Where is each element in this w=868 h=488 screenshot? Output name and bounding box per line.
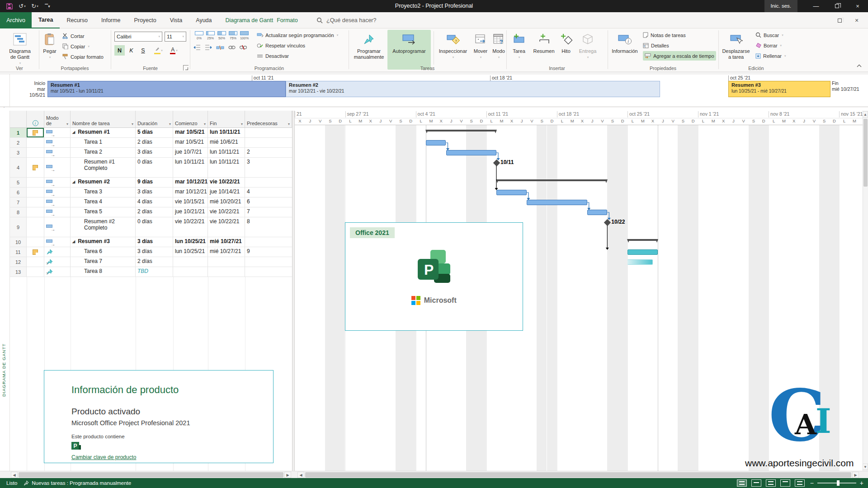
task-details-button[interactable]: Detalles (643, 41, 669, 50)
unlink-tasks-icon[interactable] (240, 45, 247, 50)
cell-duration[interactable]: 9 días (136, 178, 173, 188)
gantt-task-bar[interactable] (446, 150, 497, 155)
column-header-duration[interactable]: Duración▾ (136, 111, 173, 128)
cell-indicators[interactable] (27, 178, 44, 188)
column-header-finish[interactable]: Fin▾ (208, 111, 245, 128)
cell-start[interactable] (173, 257, 208, 267)
cell-duration[interactable]: 2 días (136, 257, 173, 267)
cell-task-name[interactable]: Tarea 6 (71, 247, 136, 257)
cell-finish[interactable]: vie 10/22/21 (208, 178, 245, 188)
cell-duration[interactable]: 2 días (136, 138, 173, 148)
gantt-summary-bar[interactable] (426, 130, 496, 133)
collapse-triangle-icon[interactable]: ◢ (72, 129, 75, 136)
cell-finish[interactable]: mié 10/20/21 (208, 197, 245, 207)
cell-predecessors[interactable]: 8 (245, 217, 292, 237)
font-size-select[interactable]: 11▾ (165, 32, 186, 42)
timeline-summary-bar[interactable]: Resumen #3lun 10/25/21 - mié 10/27/21 (728, 81, 830, 97)
cell-predecessors[interactable] (245, 178, 292, 188)
cell-predecessors[interactable]: 7 (245, 207, 292, 217)
cell-task-name[interactable]: Resumen #2 Completo (71, 217, 136, 237)
pct-75-button[interactable]: 75% (227, 29, 239, 40)
pct-25-button[interactable]: 25% (205, 29, 216, 40)
doc-close-button[interactable]: × (849, 14, 864, 27)
cell-task-mode[interactable]: → (44, 178, 71, 188)
underline-button[interactable]: S (138, 45, 148, 56)
row-number[interactable]: 3 (10, 148, 27, 158)
column-header-start[interactable]: Comienzo▾ (173, 111, 208, 128)
view-task-usage-icon[interactable] (751, 479, 761, 487)
sign-in-button[interactable]: Inic. ses. (764, 0, 797, 12)
cell-start[interactable]: lun 10/25/21 (173, 247, 208, 257)
view-report-icon[interactable] (795, 479, 805, 487)
cell-finish[interactable]: mié 10/6/21 (208, 138, 245, 148)
collapse-triangle-icon[interactable]: ◢ (72, 178, 75, 185)
row-number[interactable]: 1 (10, 128, 27, 138)
font-color-button[interactable]: A▾ (169, 45, 179, 56)
row-number[interactable]: 9 (10, 217, 27, 237)
table-scroll-left-icon[interactable]: ◀ (11, 472, 18, 478)
cell-duration[interactable]: 4 días (136, 197, 173, 207)
cell-duration[interactable]: 3 días (136, 237, 173, 247)
inspect-task-button[interactable]: ? Inspeccionar▾ (436, 30, 470, 60)
gantt-task-bar[interactable] (587, 210, 608, 215)
row-number[interactable]: 8 (10, 207, 27, 217)
paste-button[interactable]: Pegar▾ (42, 30, 58, 60)
respect-links-button[interactable]: Respetar vínculos (257, 41, 305, 50)
cell-duration[interactable]: 3 días (136, 247, 173, 257)
cell-finish[interactable] (208, 257, 245, 267)
cell-duration[interactable]: 3 días (136, 188, 173, 197)
column-header-corner[interactable] (10, 111, 27, 128)
row-number[interactable]: 11 (10, 247, 27, 257)
cell-task-mode[interactable]: → (44, 138, 71, 148)
cell-start[interactable]: jue 10/7/21 (173, 148, 208, 158)
chart-scroll-left-icon[interactable]: ◀ (297, 472, 304, 478)
move-task-button[interactable]: Mover▾ (471, 30, 491, 60)
cell-indicators[interactable] (27, 197, 44, 207)
gantt-task-bar[interactable] (627, 249, 658, 255)
minimize-button[interactable]: — (806, 0, 826, 12)
cell-predecessors[interactable] (245, 237, 292, 247)
change-product-key-link[interactable]: Cambiar clave de producto (71, 454, 136, 460)
scroll-down-icon[interactable]: ▼ (863, 464, 868, 470)
format-painter-button[interactable]: Copiar formato (62, 52, 104, 61)
tell-me-search[interactable]: ¿Qué desea hacer? (316, 12, 377, 28)
undo-button[interactable]: ↺▾ (16, 1, 28, 11)
row-number[interactable]: 5 (10, 178, 27, 188)
row-number[interactable]: 13 (10, 267, 27, 277)
inactivate-button[interactable]: Desactivar (257, 51, 289, 61)
cell-task-mode[interactable]: → (44, 128, 71, 138)
cell-finish[interactable]: vie 10/22/21 (208, 207, 245, 217)
vscroll-thumb[interactable] (863, 119, 868, 187)
cell-task-mode[interactable]: → (44, 237, 71, 247)
gantt-task-bar[interactable] (527, 200, 587, 205)
zoom-slider[interactable] (817, 483, 856, 483)
task-information-button[interactable]: i Información (610, 30, 639, 54)
cell-duration[interactable]: TBD (136, 267, 173, 277)
cell-indicators[interactable] (27, 128, 44, 138)
cell-duration[interactable]: 0 días (136, 217, 173, 237)
save-icon[interactable] (4, 1, 15, 11)
timeline-pane[interactable]: ESCALA DE TIEMPO Iniciomar 10/5/21 Finmi… (0, 74, 868, 107)
cell-indicators[interactable] (27, 267, 44, 277)
cell-task-name[interactable]: Tarea 1 (71, 138, 136, 148)
outdent-task-icon[interactable] (193, 45, 201, 50)
column-header-name[interactable]: Nombre de tarea▾ (71, 111, 136, 128)
row-number[interactable]: 2 (10, 138, 27, 148)
cell-indicators[interactable] (27, 217, 44, 237)
cell-start[interactable]: mar 10/12/21 (173, 178, 208, 188)
tab-archivo[interactable]: Archivo (0, 12, 32, 28)
cell-task-mode[interactable]: ? (44, 267, 71, 277)
cell-finish[interactable]: lun 10/11/21 (208, 128, 245, 138)
cell-indicators[interactable] (27, 148, 44, 158)
gantt-task-bar[interactable] (496, 190, 527, 195)
scroll-to-task-button[interactable]: Desplazarse a tarea (720, 30, 752, 60)
cell-start[interactable] (173, 267, 208, 277)
task-mode-button[interactable]: ? Modo▾ (491, 30, 506, 60)
cell-finish[interactable]: mié 10/27/21 (208, 247, 245, 257)
cell-duration[interactable]: 5 días (136, 128, 173, 138)
insert-milestone-button[interactable]: Hito (558, 30, 574, 54)
zoom-out-icon[interactable]: − (810, 479, 814, 487)
close-button[interactable]: × (847, 0, 868, 12)
update-as-scheduled-button[interactable]: Actualizar según programación▾ (257, 30, 338, 40)
cell-indicators[interactable] (27, 207, 44, 217)
